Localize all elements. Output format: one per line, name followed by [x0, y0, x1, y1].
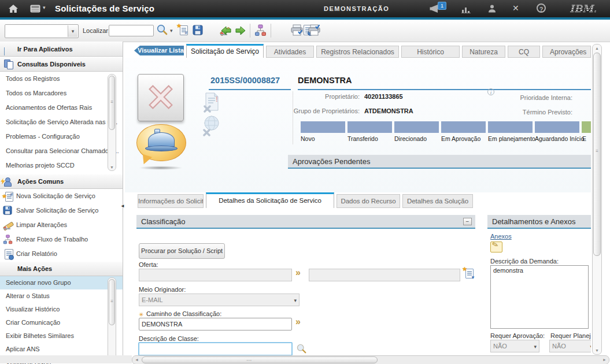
- action-create-report[interactable]: Criar Relatório: [0, 247, 123, 261]
- query-combobox[interactable]: ▾: [5, 24, 79, 38]
- tab-registros-relacionados[interactable]: Registros Relacionados: [316, 46, 399, 58]
- query-combobox-input[interactable]: [5, 25, 68, 38]
- print-with-attachments-icon[interactable]: [308, 24, 321, 38]
- long-description-icon[interactable]: ★ ▼: [463, 268, 474, 278]
- query-item[interactable]: Todos os Registros: [0, 72, 123, 86]
- action-clear-changes[interactable]: Limpar Alterações: [0, 218, 123, 232]
- oferta-detail-chevron-icon[interactable]: »: [295, 268, 301, 278]
- requer-aprovacao-select[interactable]: NÃO ▾: [490, 340, 539, 352]
- globe-offline-icon[interactable]: [202, 116, 220, 139]
- search-solution-button[interactable]: Procurar por Solução / Script: [139, 243, 225, 259]
- toolbar-separator: [271, 24, 271, 38]
- applications-menu-icon[interactable]: [30, 5, 40, 15]
- status-label: Em planejamento: [488, 135, 535, 142]
- scroll-down-icon[interactable]: ▼: [108, 165, 116, 169]
- oferta-description-field[interactable]: [309, 269, 460, 281]
- logout-icon[interactable]: ✕: [512, 3, 519, 13]
- descricao-classe-input[interactable]: [138, 342, 293, 356]
- search-icon[interactable]: [156, 24, 168, 38]
- anexos-link[interactable]: Anexos: [490, 233, 512, 240]
- status-segment: [394, 121, 439, 133]
- sidebar-collapse-icon[interactable]: ◄: [120, 203, 125, 209]
- subtab-detalhes-solicitacao[interactable]: Detalhes da Solicitação de Servico: [206, 192, 334, 208]
- more-action-item[interactable]: Aplicar ANS: [0, 343, 123, 356]
- print-icon[interactable]: [290, 24, 304, 38]
- more-actions-icon: [5, 265, 14, 274]
- tab-solicitacao-de-servico[interactable]: Solicitação de Serviço: [186, 44, 264, 58]
- select-caret-icon[interactable]: ▾: [294, 294, 297, 306]
- scroll-left-icon[interactable]: ◄: [135, 358, 139, 362]
- localizar-input[interactable]: [109, 25, 154, 36]
- subtab-dados-recurso[interactable]: Dados do Recurso: [337, 194, 400, 208]
- subtab-detalhes-solucao[interactable]: Detalhes da Solução: [402, 194, 473, 208]
- no-solution-icon[interactable]: !: [204, 92, 220, 116]
- queries-scrollbar[interactable]: ≡ ▼: [108, 74, 116, 171]
- sidebar-header-queries[interactable]: Consultas Disponíveis: [0, 57, 123, 72]
- requer-planejamento-select[interactable]: NÃO ▾: [549, 340, 591, 352]
- sidebar-header-go-to[interactable]: Ir Para Aplicativos: [0, 42, 123, 57]
- reports-chart-icon[interactable]: [461, 5, 471, 16]
- pending-approvals-header: Aprovações Pendentes: [288, 155, 591, 169]
- applications-menu-caret-icon[interactable]: ▾: [43, 5, 46, 10]
- action-save-sr[interactable]: Salvar Solicitação de Serviço: [0, 203, 123, 218]
- search-options-caret-icon[interactable]: ▾: [170, 28, 173, 34]
- help-icon[interactable]: ?: [537, 3, 546, 13]
- owner-value: 40201133865: [364, 93, 403, 100]
- svg-text:!: !: [216, 95, 218, 103]
- owner-label: Proprietário:: [298, 93, 360, 100]
- query-item[interactable]: Melhorias projeto SCCD: [0, 158, 123, 173]
- subtab-informacoes-solicitante[interactable]: Informações do Solicitante: [138, 194, 204, 208]
- tab-atividades[interactable]: Atividades: [266, 46, 314, 58]
- tab-historico[interactable]: Histórico: [401, 46, 460, 58]
- tab-aprovacoes[interactable]: Aprovações: [542, 46, 591, 58]
- sidebar-header-more-actions[interactable]: Mais Ações: [0, 261, 123, 276]
- caminho-detail-chevron-icon[interactable]: »: [295, 317, 301, 327]
- oferta-field[interactable]: [139, 269, 292, 281]
- tab-natureza[interactable]: Natureza: [462, 46, 505, 58]
- home-icon[interactable]: [8, 4, 19, 16]
- scroll-right-icon[interactable]: ►: [602, 358, 607, 362]
- more-action-item[interactable]: Exibir Bilhetes Similares: [0, 329, 123, 343]
- more-action-item[interactable]: Visualizar Histórico: [0, 303, 123, 316]
- environment-label: DEMONSTRAÇÃO: [324, 5, 389, 12]
- save-icon[interactable]: [193, 25, 203, 38]
- sidebar-header-common-actions[interactable]: Ações Comuns: [0, 174, 123, 189]
- minimize-section-icon[interactable]: −: [463, 218, 472, 225]
- query-item[interactable]: Todos os Marcadores: [0, 86, 123, 101]
- meio-originador-select[interactable]: E-MAIL ▾: [139, 294, 300, 306]
- main-toolbar: ▾ Localizar: ▾ ★#: [0, 20, 610, 42]
- tab-visualizar-lista[interactable]: Visualizar Lista: [134, 46, 184, 55]
- priority-label: Prioridade Interna:: [472, 94, 572, 101]
- query-item[interactable]: Consultar para Selecionar Chamados ...: [0, 144, 123, 158]
- scroll-up-icon[interactable]: ▲: [593, 46, 601, 50]
- query-item[interactable]: Solicitação de Serviço Alterada nas úl..…: [0, 115, 123, 129]
- more-action-item[interactable]: Alterar o Status: [0, 289, 123, 303]
- tab-cq[interactable]: CQ: [508, 46, 540, 58]
- requer-planejamento-label: Requer Planej: [550, 332, 591, 339]
- main-horizontal-scrollbar[interactable]: ◄ ⋯ ►: [132, 355, 609, 364]
- more-actions-scrollbar[interactable]: ≡ ▼: [108, 277, 116, 361]
- close-record-button[interactable]: [138, 74, 184, 121]
- caminho-input[interactable]: [139, 318, 292, 330]
- classify-search-icon[interactable]: [296, 343, 307, 356]
- ibm-logo: IBM.: [570, 3, 597, 14]
- profile-icon[interactable]: [487, 4, 497, 16]
- next-record-icon[interactable]: [235, 25, 246, 39]
- route-workflow-icon[interactable]: [254, 24, 267, 39]
- query-item[interactable]: Problemas - Configuração: [0, 129, 123, 144]
- sidebar: Ir Para Aplicativos Consultas Disponívei…: [0, 42, 123, 358]
- action-new-sr[interactable]: ★# Nova Solicitação de Serviço: [0, 189, 123, 203]
- more-action-item[interactable]: Criar Comunicação: [0, 316, 123, 329]
- query-combobox-caret-icon[interactable]: ▾: [68, 25, 77, 37]
- select-caret-icon[interactable]: ▾: [590, 340, 591, 352]
- action-route-workflow[interactable]: Rotear Fluxo de Trabalho: [0, 232, 123, 247]
- scroll-down-icon[interactable]: ▼: [593, 348, 601, 352]
- more-action-item[interactable]: Selecionar novo Grupo: [0, 276, 123, 289]
- query-item[interactable]: Acionamentos de Ofertas Rais: [0, 101, 123, 115]
- main-vertical-scrollbar[interactable]: ▲ ≡ ▼: [592, 44, 602, 355]
- select-caret-icon[interactable]: ▾: [534, 340, 537, 352]
- previous-record-icon[interactable]: [220, 25, 232, 39]
- attachments-icon[interactable]: ✎: [490, 242, 502, 252]
- new-record-icon[interactable]: ★#: [178, 25, 188, 35]
- demanda-textarea[interactable]: demonstra: [490, 265, 589, 329]
